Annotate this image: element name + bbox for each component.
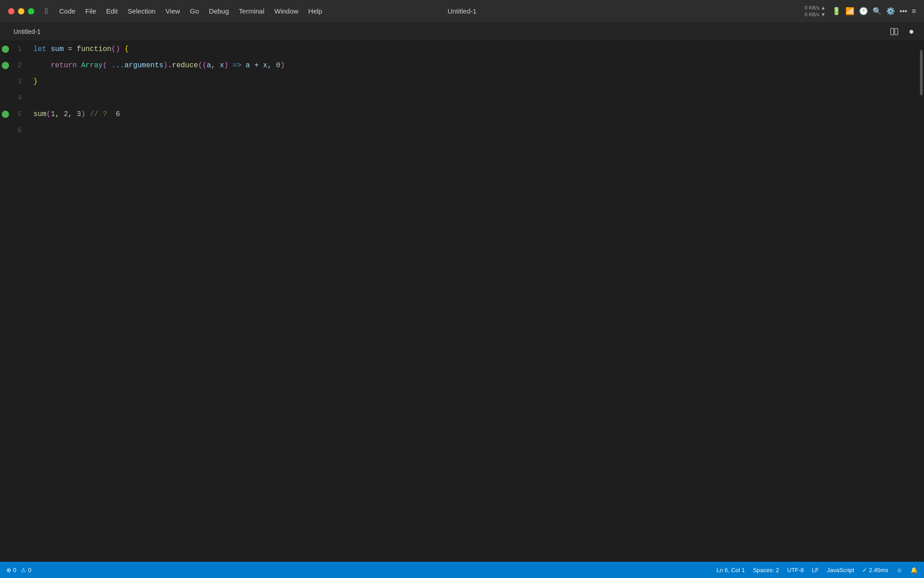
system-status-icons: 🔋 📶 🕐 🔍 ⚙️ ••• ≡ (832, 7, 916, 15)
menu-terminal[interactable]: Terminal (234, 0, 269, 22)
editor-tab[interactable]: Untitled-1 (7, 22, 47, 41)
status-feedback-icon[interactable]: ☺ (896, 567, 902, 573)
token-a: a (207, 61, 211, 70)
more-icon: ••• (900, 7, 907, 15)
line-number-2: 2 (17, 61, 22, 70)
circle-dot-icon[interactable]: ● (906, 26, 917, 37)
tab-bar: Untitled-1 ● (0, 22, 924, 41)
status-errors[interactable]: ⊗ 0 ⚠ 0 (6, 567, 31, 573)
token-eq: = (64, 45, 77, 53)
token-paren6: ) (224, 61, 229, 70)
menu-go[interactable]: Go (185, 0, 204, 22)
code-line-3: } (26, 74, 919, 90)
token-num1: 1 (51, 110, 55, 118)
token-paren5: ( (203, 61, 207, 70)
menu-code[interactable]: Code (54, 0, 80, 22)
list-icon: ≡ (912, 7, 916, 15)
gutter-row-3: 3 (0, 74, 26, 90)
token-indent: return (33, 61, 77, 70)
wifi-icon: 📶 (845, 7, 855, 15)
code-line-4 (26, 90, 919, 106)
status-left: ⊗ 0 ⚠ 0 (6, 567, 31, 573)
token-comment: // ? (90, 110, 107, 118)
token-arrow: => (233, 61, 241, 70)
error-count: 0 (13, 567, 16, 573)
menu-help[interactable]: Help (303, 0, 327, 22)
status-line-ending[interactable]: LF (812, 567, 819, 573)
menu-window[interactable]: Window (269, 0, 303, 22)
token-num2: 2 (64, 110, 68, 118)
token-paren2: ( (103, 61, 107, 70)
minimize-button[interactable] (18, 8, 24, 14)
token-num3: 3 (77, 110, 81, 118)
token-reduce: reduce (172, 61, 198, 70)
title-bar:  Code File Edit Selection View Go Debug… (0, 0, 924, 22)
token-x2: x (263, 61, 268, 70)
right-controls: 0 KB/s ▲0 KB/s ▼ 🔋 📶 🕐 🔍 ⚙️ ••• ≡ (804, 5, 924, 18)
traffic-lights (0, 8, 34, 14)
token-result-6: 6 (116, 110, 120, 118)
token-paren-sum-open: ( (46, 110, 51, 118)
battery-icon: 🔋 (832, 7, 841, 15)
token-brace-open: { (125, 45, 129, 53)
status-language[interactable]: JavaScript (827, 567, 855, 573)
token-zero: 0 (276, 61, 281, 70)
gutter-row-1: 1 (0, 41, 26, 57)
gutter-row-2: 2 (0, 57, 26, 74)
token-sum-fn: sum (33, 110, 46, 118)
svg-rect-1 (895, 28, 898, 35)
svg-rect-0 (891, 28, 894, 35)
editor-scrollbar[interactable] (919, 41, 924, 562)
editor-area: 1 2 3 4 5 6 let sum = function ( ) (0, 41, 924, 562)
token-sp4 (228, 61, 233, 70)
token-comma1: , (211, 61, 220, 70)
token-sp3 (107, 61, 111, 70)
token-space-r (107, 110, 116, 118)
status-right: Ln 6, Col 1 Spaces: 2 UTF-8 LF JavaScrip… (716, 567, 918, 573)
menu-debug[interactable]: Debug (204, 0, 234, 22)
gutter-row-5: 5 (0, 106, 26, 122)
breakpoint-2[interactable] (2, 62, 9, 69)
status-encoding[interactable]: UTF-8 (787, 567, 804, 573)
menu-file[interactable]: File (80, 0, 101, 22)
token-let: let (33, 45, 46, 53)
token-plus: + (250, 61, 263, 70)
menu-bar:  Code File Edit Selection View Go Debug… (39, 0, 327, 22)
line-number-1: 1 (17, 45, 22, 53)
token-a2: a (246, 61, 250, 70)
control-center-icon: ⚙️ (886, 7, 895, 15)
gutter-row-6: 6 (0, 122, 26, 139)
line-number-5: 5 (17, 110, 22, 118)
token-function: function (77, 45, 111, 53)
menu-view[interactable]: View (161, 0, 185, 22)
split-editor-icon[interactable] (889, 26, 900, 37)
status-notification-icon[interactable]: 🔔 (910, 567, 918, 573)
network-info: 0 KB/s ▲0 KB/s ▼ (804, 5, 825, 18)
menu-apple[interactable]:  (39, 0, 54, 22)
menu-selection[interactable]: Selection (123, 0, 161, 22)
line-number-3: 3 (17, 78, 22, 86)
breakpoint-1[interactable] (2, 46, 9, 53)
token-array: Array (81, 61, 103, 70)
maximize-button[interactable] (28, 8, 34, 14)
line-gutter: 1 2 3 4 5 6 (0, 41, 26, 562)
status-bar: ⊗ 0 ⚠ 0 Ln 6, Col 1 Spaces: 2 UTF-8 LF J… (0, 562, 924, 578)
tab-right-icons: ● (889, 26, 917, 37)
code-editor[interactable]: let sum = function ( ) { return Array ( … (26, 41, 919, 562)
status-timing: ✓ 2.45ms (862, 567, 888, 573)
status-spaces[interactable]: Spaces: 2 (753, 567, 779, 573)
close-button[interactable] (8, 8, 14, 14)
token-paren3: ) (163, 61, 168, 70)
gutter-row-4: 4 (0, 90, 26, 106)
code-line-6 (26, 122, 919, 139)
token-brace-close: } (33, 78, 38, 86)
breakpoint-5[interactable] (2, 111, 9, 118)
warning-icon: ⚠ (21, 567, 26, 573)
token-arguments: arguments (125, 61, 163, 70)
scrollbar-thumb[interactable] (920, 50, 923, 95)
menu-edit[interactable]: Edit (101, 0, 123, 22)
token-comma-s2: , (68, 110, 77, 118)
token-comma2: , (268, 61, 276, 70)
code-line-2: return Array ( ... arguments ) . reduce … (26, 57, 919, 74)
status-position[interactable]: Ln 6, Col 1 (716, 567, 745, 573)
